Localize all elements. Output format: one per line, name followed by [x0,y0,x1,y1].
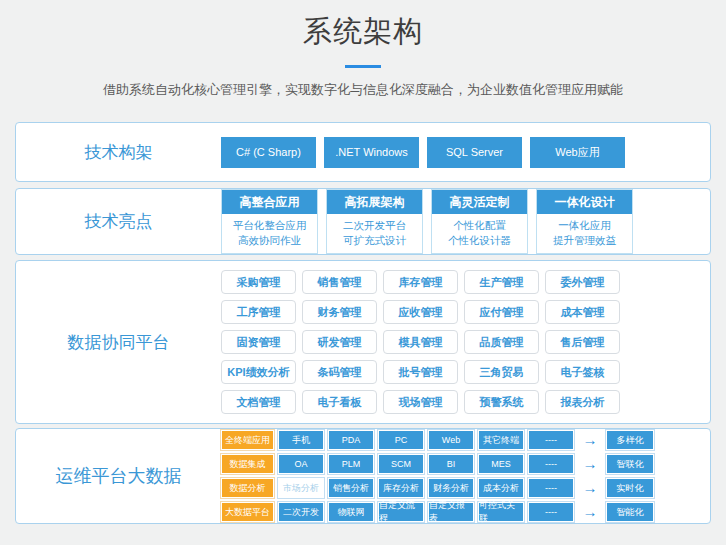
module-button[interactable]: 电子看板 [302,390,377,414]
module-button[interactable]: 售后管理 [545,330,620,354]
ops-result: 智联化 [606,454,654,474]
ops-row-integration: 数据集成 OA PLM SCM BI MES ---- → 智联化 [221,454,654,474]
page-header: 系统架构 借助系统自动化核心管理引擎，实现数字化与信息化深度融合，为企业数值化管… [0,0,726,99]
module-button[interactable]: 现场管理 [383,390,458,414]
page-subtitle: 借助系统自动化核心管理引擎，实现数字化与信息化深度融合，为企业数值化管理应用赋能 [0,81,726,99]
highlight-card-title: 高灵活定制 [432,190,527,214]
ops-category: 大数据平台 [221,502,274,522]
ops-chip-ellipsis: ---- [528,478,574,498]
ops-chip: 市场分析 [278,478,324,498]
section-ops-bigdata: 运维平台大数据 全终端应用 手机 PDA PC Web 其它终端 ---- → … [15,428,711,524]
tech-item-web[interactable]: Web应用 [530,137,625,168]
ops-chip: MES [478,454,524,474]
module-button[interactable]: 工序管理 [221,300,296,324]
module-button[interactable]: 成本管理 [545,300,620,324]
section-label-tech-framework: 技术构架 [16,141,221,164]
highlight-card-line: 一体化应用 [537,218,632,233]
tech-item-dotnet[interactable]: .NET Windows [324,137,419,168]
section-label-ops-bigdata: 运维平台大数据 [16,464,221,488]
ops-chip: OA [278,454,324,474]
module-button[interactable]: KPI绩效分析 [221,360,296,384]
ops-row-terminals: 全终端应用 手机 PDA PC Web 其它终端 ---- → 多样化 [221,430,654,450]
arrow-right-icon: → [578,502,602,522]
module-button[interactable]: 固资管理 [221,330,296,354]
module-button[interactable]: 电子签核 [545,360,620,384]
ops-chip: 自定义报表 [428,502,474,522]
ops-chip: 其它终端 [478,430,524,450]
section-label-data-platform: 数据协同平台 [16,331,221,354]
module-button[interactable]: 条码管理 [302,360,377,384]
module-button[interactable]: 生产管理 [464,270,539,294]
tech-item-sqlserver[interactable]: SQL Server [427,137,522,168]
ops-chip: 可控式关联 [478,502,524,522]
arrow-right-icon: → [578,454,602,474]
highlight-card-title: 高整合应用 [222,190,317,214]
ops-category: 数据集成 [221,454,274,474]
highlight-card: 高灵活定制 个性化配置 个性化设计器 [431,189,528,254]
module-button[interactable]: 预警系统 [464,390,539,414]
ops-chip: 物联网 [328,502,374,522]
ops-chip: 成本分析 [478,478,524,498]
ops-chip: 财务分析 [428,478,474,498]
ops-category: 全终端应用 [221,430,274,450]
arrow-right-icon: → [578,478,602,498]
highlight-card: 高整合应用 平台化整合应用 高效协同作业 [221,189,318,254]
ops-chip: 销售分析 [328,478,374,498]
ops-result: 多样化 [606,430,654,450]
module-button[interactable]: 三角贸易 [464,360,539,384]
module-button[interactable]: 委外管理 [545,270,620,294]
module-button[interactable]: 销售管理 [302,270,377,294]
module-button[interactable]: 应付管理 [464,300,539,324]
module-button[interactable]: 文档管理 [221,390,296,414]
ops-chip: PDA [328,430,374,450]
ops-chip: 自定义流程 [378,502,424,522]
arrow-right-icon: → [578,430,602,450]
ops-row-platform: 大数据平台 二次开发 物联网 自定义流程 自定义报表 可控式关联 ---- → … [221,502,654,522]
section-tech-highlights: 技术亮点 高整合应用 平台化整合应用 高效协同作业 高拓展架构 二次开发平台 可… [15,188,711,255]
ops-chip-ellipsis: ---- [528,430,574,450]
ops-chip: SCM [378,454,424,474]
ops-chip: 手机 [278,430,324,450]
module-button[interactable]: 库存管理 [383,270,458,294]
title-underline [345,65,381,68]
ops-category: 数据分析 [221,478,274,498]
ops-chip: Web [428,430,474,450]
section-tech-framework: 技术构架 C# (C Sharp) .NET Windows SQL Serve… [15,122,711,182]
highlight-card: 一体化设计 一体化应用 提升管理效益 [536,189,633,254]
highlight-card-line: 提升管理效益 [537,233,632,248]
module-button[interactable]: 报表分析 [545,390,620,414]
tech-item-csharp[interactable]: C# (C Sharp) [221,137,316,168]
highlight-card-line: 个性化设计器 [432,233,527,248]
highlight-card-line: 高效协同作业 [222,233,317,248]
page-title: 系统架构 [0,12,726,52]
ops-row-analysis: 数据分析 市场分析 销售分析 库存分析 财务分析 成本分析 ---- → 实时化 [221,478,654,498]
highlight-card: 高拓展架构 二次开发平台 可扩充式设计 [326,189,423,254]
highlight-card-title: 高拓展架构 [327,190,422,214]
module-button[interactable]: 采购管理 [221,270,296,294]
module-button[interactable]: 财务管理 [302,300,377,324]
ops-chip: PC [378,430,424,450]
highlight-card-line: 二次开发平台 [327,218,422,233]
ops-chip-ellipsis: ---- [528,502,574,522]
module-button[interactable]: 研发管理 [302,330,377,354]
highlight-card-line: 个性化配置 [432,218,527,233]
ops-chip: PLM [328,454,374,474]
highlight-card-line: 可扩充式设计 [327,233,422,248]
module-button[interactable]: 批号管理 [383,360,458,384]
section-label-tech-highlights: 技术亮点 [16,210,221,233]
module-button[interactable]: 品质管理 [464,330,539,354]
highlight-card-line: 平台化整合应用 [222,218,317,233]
module-button[interactable]: 模具管理 [383,330,458,354]
highlight-card-title: 一体化设计 [537,190,632,214]
ops-result: 智能化 [606,502,654,522]
ops-chip: 二次开发 [278,502,324,522]
module-button[interactable]: 应收管理 [383,300,458,324]
section-data-platform: 数据协同平台 采购管理 销售管理 库存管理 生产管理 委外管理 工序管理 财务管… [15,260,711,424]
ops-chip: BI [428,454,474,474]
ops-result: 实时化 [606,478,654,498]
ops-chip: 库存分析 [378,478,424,498]
ops-chip-ellipsis: ---- [528,454,574,474]
